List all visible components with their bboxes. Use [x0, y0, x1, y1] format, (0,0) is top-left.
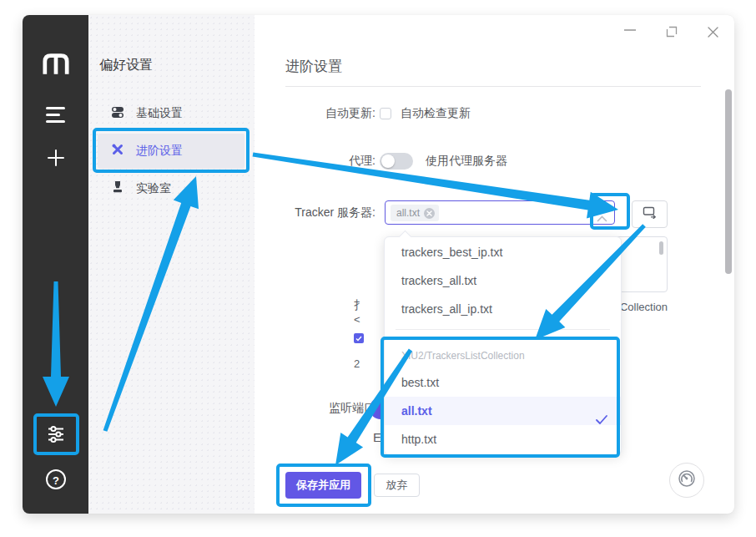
- window-scrollbar[interactable]: [725, 89, 732, 274]
- sidebar-item-label: 基础设置: [136, 106, 183, 121]
- tools-icon: [111, 143, 124, 160]
- close-icon[interactable]: [707, 26, 719, 38]
- title-divider: [285, 86, 701, 87]
- save-and-apply-button[interactable]: 保存并应用: [285, 472, 361, 499]
- dropdown-option[interactable]: trackers_best_ip.txt: [385, 238, 621, 266]
- toggle-knob: [381, 155, 395, 168]
- dropdown-group-label: XIU2/TrackersListCollection: [385, 343, 621, 368]
- text-fragment: <: [354, 313, 365, 326]
- dropdown-divider: [396, 329, 610, 330]
- tracker-tag-text: all.txt: [396, 207, 420, 219]
- gauge-icon: [677, 469, 697, 492]
- dropdown-option[interactable]: trackers_all.txt: [385, 266, 621, 295]
- textarea-scrollbar[interactable]: [659, 241, 663, 255]
- minimize-button[interactable]: [624, 29, 636, 32]
- tag-close-icon[interactable]: [424, 208, 435, 219]
- task-list-icon[interactable]: [46, 107, 65, 127]
- add-task-icon[interactable]: [47, 149, 65, 167]
- tracker-dropdown: trackers_best_ip.txt trackers_all.txt tr…: [384, 236, 622, 455]
- listen-port-label: 监听端口: [256, 401, 375, 416]
- text-fragment: 扌: [354, 298, 365, 313]
- auto-update-checkbox-label: 自动检查更新: [401, 106, 471, 121]
- sidebar-item-label: 实验室: [136, 181, 171, 196]
- tracker-server-input[interactable]: all.txt: [385, 200, 615, 225]
- dropdown-option[interactable]: best.txt: [385, 368, 621, 397]
- sidebar-item-label: 进阶设置: [136, 144, 183, 159]
- app-logo-icon: [23, 53, 88, 74]
- sync-trackers-button[interactable]: [632, 200, 668, 228]
- sync-icon: [643, 206, 658, 222]
- sidebar: ?: [23, 15, 88, 514]
- toggles-icon: [111, 105, 124, 122]
- dropdown-option-selected[interactable]: all.txt: [385, 397, 621, 425]
- dropdown-option[interactable]: http.txt: [385, 425, 621, 453]
- sidebar-item-lab[interactable]: 实验室: [98, 171, 244, 206]
- lab-icon: [111, 180, 124, 197]
- auto-update-checkbox[interactable]: [380, 108, 391, 119]
- sidebar-item-basic-settings[interactable]: 基础设置: [98, 96, 244, 131]
- chevron-up-icon[interactable]: [597, 210, 607, 225]
- help-icon[interactable]: ?: [46, 469, 66, 489]
- app-window: ? 偏好设置 基础设置: [23, 15, 734, 514]
- page-title: 进阶设置: [285, 57, 342, 76]
- dropdown-option[interactable]: trackers_all_ip.txt: [385, 295, 621, 323]
- screen: ? 偏好设置 基础设置: [0, 0, 756, 537]
- preferences-icon[interactable]: [47, 425, 65, 443]
- tracker-server-label: Tracker 服务器:: [256, 205, 375, 220]
- sidebar-item-advanced-settings[interactable]: 进阶设置: [98, 134, 244, 169]
- tracker-tag: all.txt: [391, 205, 439, 221]
- speed-limit-button[interactable]: [669, 463, 704, 498]
- proxy-toggle-label: 使用代理服务器: [426, 154, 507, 169]
- maximize-button[interactable]: [666, 26, 678, 38]
- proxy-toggle[interactable]: [380, 153, 413, 170]
- text-fragment: E: [373, 430, 381, 444]
- discard-button[interactable]: 放弃: [374, 474, 420, 497]
- auto-update-label: 自动更新:: [256, 106, 375, 121]
- preferences-title: 偏好设置: [99, 57, 153, 74]
- text-fragment: 2: [354, 357, 360, 370]
- preferences-panel: [88, 15, 255, 514]
- sync-checkbox-fragment[interactable]: [354, 333, 364, 343]
- proxy-label: 代理:: [256, 154, 375, 169]
